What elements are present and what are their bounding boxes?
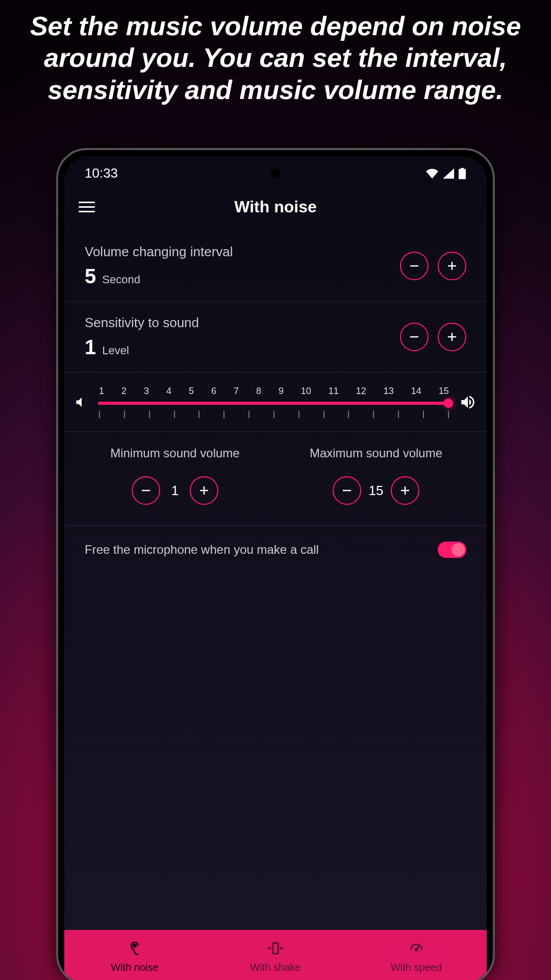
nav-with-speed[interactable]: With speed [346, 930, 487, 980]
speed-icon [408, 940, 424, 959]
signal-icon [443, 168, 454, 179]
max-volume-value: 15 [368, 483, 384, 499]
speaker-low-icon [74, 395, 89, 409]
max-volume-plus-button[interactable] [391, 476, 419, 505]
slider-track[interactable] [98, 402, 450, 405]
wifi-icon [425, 168, 439, 179]
min-volume-plus-button[interactable] [190, 476, 218, 505]
sensitivity-minus-button[interactable] [400, 323, 429, 351]
battery-icon [458, 168, 466, 179]
slider-labels: 123456789101112131415 [98, 386, 450, 397]
svg-point-12 [133, 944, 136, 947]
minmax-section: Minimum sound volume 1 Maximum sound vol… [64, 432, 487, 526]
status-icons [425, 168, 466, 179]
promo-text: Set the music volume depend on noise aro… [0, 0, 551, 106]
camera-notch [271, 168, 280, 178]
sensitivity-section: Sensitivity to sound 1 Level [64, 302, 487, 373]
volume-slider-section: 123456789101112131415 [64, 373, 487, 432]
max-volume-label: Maximum sound volume [286, 445, 466, 461]
svg-rect-13 [273, 943, 279, 953]
free-mic-section: Free the microphone when you make a call [64, 526, 487, 574]
sensitivity-unit: Level [102, 344, 129, 357]
nav-shake-label: With shake [251, 962, 301, 973]
free-mic-toggle[interactable] [438, 542, 466, 558]
screen-title: With noise [79, 198, 472, 216]
nav-speed-label: With speed [391, 962, 442, 973]
interval-section: Volume changing interval 5 Second [64, 231, 487, 302]
interval-label: Volume changing interval [85, 244, 233, 260]
slider-thumb[interactable] [444, 399, 453, 408]
phone-frame: 10:33 With noise Volume changing interva… [56, 148, 495, 980]
ear-icon [127, 940, 143, 959]
nav-with-noise[interactable]: With noise [64, 930, 205, 980]
sensitivity-value: 1 [85, 336, 96, 359]
interval-value: 5 [85, 265, 96, 288]
nav-noise-label: With noise [111, 962, 158, 973]
min-volume-minus-button[interactable] [132, 476, 160, 505]
interval-minus-button[interactable] [400, 252, 429, 280]
bottom-nav: With noise With shake With speed [64, 930, 487, 980]
slider-ticks [98, 411, 450, 418]
volume-slider[interactable]: 123456789101112131415 [98, 386, 450, 418]
min-volume-label: Minimum sound volume [85, 445, 265, 461]
top-bar: With noise [64, 186, 487, 231]
sensitivity-label: Sensitivity to sound [85, 315, 199, 331]
shake-icon [267, 940, 284, 959]
sensitivity-plus-button[interactable] [438, 323, 466, 351]
min-volume-value: 1 [167, 483, 183, 499]
toggle-knob [452, 543, 465, 556]
svg-point-19 [415, 948, 417, 950]
interval-plus-button[interactable] [438, 252, 466, 280]
status-time: 10:33 [85, 165, 118, 181]
speaker-high-icon [459, 394, 477, 411]
nav-with-shake[interactable]: With shake [205, 930, 346, 980]
interval-unit: Second [102, 273, 140, 286]
free-mic-label: Free the microphone when you make a call [85, 541, 425, 558]
phone-screen: 10:33 With noise Volume changing interva… [64, 156, 487, 980]
max-volume-minus-button[interactable] [333, 476, 361, 505]
